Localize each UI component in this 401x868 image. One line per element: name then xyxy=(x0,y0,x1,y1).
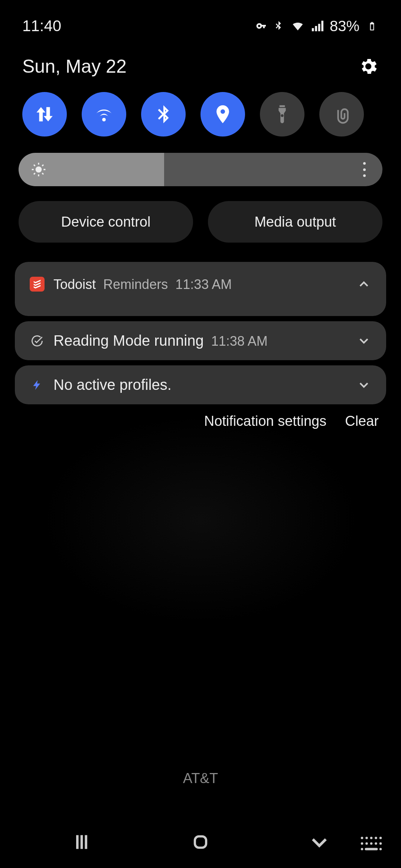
status-bar: 11:40 83% xyxy=(0,0,401,45)
qs-wifi[interactable] xyxy=(82,92,126,137)
notification-profiles[interactable]: No active profiles. xyxy=(15,365,386,404)
qs-mobile-data[interactable] xyxy=(22,92,67,137)
wifi-icon xyxy=(291,19,304,33)
notification-channel: Reminders xyxy=(103,277,168,292)
chevron-down-icon xyxy=(308,831,330,853)
svg-line-5 xyxy=(34,165,35,166)
svg-point-22 xyxy=(379,842,382,845)
notification-time: 11:33 AM xyxy=(175,277,232,292)
chevron-up-icon xyxy=(356,277,371,292)
recents-button[interactable] xyxy=(63,831,100,853)
carrier-label: AT&T xyxy=(0,770,401,786)
svg-point-15 xyxy=(370,837,373,839)
keyboard-icon xyxy=(360,836,382,851)
svg-point-13 xyxy=(361,837,363,839)
brightness-slider[interactable] xyxy=(19,153,382,186)
keyboard-switcher-button[interactable] xyxy=(360,836,382,851)
svg-point-17 xyxy=(379,837,382,839)
cell-signal-icon xyxy=(310,19,324,33)
notification-app-name: Todoist xyxy=(53,277,96,292)
svg-point-14 xyxy=(365,837,368,839)
status-time: 11:40 xyxy=(22,17,61,35)
notification-actions: Notification settings Clear xyxy=(22,413,379,429)
notification-list: Todoist Reminders 11:33 AM Reading Mode … xyxy=(15,262,386,404)
qs-flashlight[interactable] xyxy=(260,92,304,137)
svg-point-20 xyxy=(370,842,373,845)
expand-button[interactable] xyxy=(356,333,371,348)
notification-reading-mode[interactable]: Reading Mode running 11:38 AM xyxy=(15,321,386,360)
notification-body: No active profiles. xyxy=(53,377,348,393)
qs-bluetooth[interactable] xyxy=(141,92,186,137)
svg-point-16 xyxy=(375,837,377,839)
svg-point-21 xyxy=(375,842,377,845)
svg-line-6 xyxy=(42,173,44,175)
expand-button[interactable] xyxy=(356,378,371,392)
home-button[interactable] xyxy=(182,831,219,853)
gear-icon xyxy=(358,56,379,77)
media-output-button[interactable]: Media output xyxy=(208,201,382,243)
svg-line-8 xyxy=(42,165,44,166)
vpn-key-icon xyxy=(252,19,266,33)
bluetooth-icon xyxy=(153,103,174,125)
device-control-label: Device control xyxy=(61,214,151,230)
notification-time: 11:38 AM xyxy=(211,333,268,349)
home-icon xyxy=(191,832,210,852)
svg-rect-12 xyxy=(195,836,206,848)
svg-point-18 xyxy=(361,842,363,845)
flashlight-icon xyxy=(271,103,293,125)
panel-header: Sun, May 22 xyxy=(0,45,401,85)
quick-settings-row xyxy=(0,85,401,144)
device-control-button[interactable]: Device control xyxy=(19,201,193,243)
qs-location[interactable] xyxy=(200,92,245,137)
back-button[interactable] xyxy=(301,831,338,853)
notification-header: Todoist Reminders 11:33 AM xyxy=(53,277,348,292)
mobile-data-icon xyxy=(34,103,55,125)
bluetooth-icon xyxy=(272,19,285,33)
attachment-icon xyxy=(331,103,352,125)
check-circle-icon xyxy=(30,333,45,348)
shortcut-row: Device control Media output xyxy=(19,201,382,243)
notification-settings-link[interactable]: Notification settings xyxy=(204,413,327,429)
chevron-down-icon xyxy=(356,333,371,348)
battery-icon xyxy=(365,19,379,33)
svg-rect-24 xyxy=(365,848,378,851)
notification-todoist[interactable]: Todoist Reminders 11:33 AM xyxy=(15,262,386,316)
chevron-down-icon xyxy=(356,378,371,392)
clear-button[interactable]: Clear xyxy=(345,413,379,429)
recents-icon xyxy=(71,832,92,852)
svg-point-0 xyxy=(36,167,42,173)
svg-line-7 xyxy=(34,173,35,175)
navigation-bar xyxy=(0,816,401,868)
battery-percent: 83% xyxy=(330,18,359,34)
sun-icon xyxy=(31,162,46,177)
status-icons: 83% xyxy=(252,18,379,34)
bolt-icon xyxy=(30,378,45,392)
notification-title: Reading Mode running xyxy=(53,332,204,349)
location-icon xyxy=(212,103,234,125)
qs-link-devices[interactable] xyxy=(319,92,364,137)
todoist-icon xyxy=(30,277,45,292)
settings-button[interactable] xyxy=(358,56,379,77)
wifi-icon xyxy=(93,103,115,125)
media-output-label: Media output xyxy=(254,214,336,230)
svg-point-23 xyxy=(361,848,363,851)
collapse-button[interactable] xyxy=(356,277,371,292)
svg-point-25 xyxy=(379,848,382,851)
brightness-more-button[interactable] xyxy=(359,162,370,177)
date-label[interactable]: Sun, May 22 xyxy=(22,56,127,77)
notification-title: No active profiles. xyxy=(53,377,172,393)
notification-body: Reading Mode running 11:38 AM xyxy=(53,332,348,349)
svg-point-19 xyxy=(365,842,368,845)
